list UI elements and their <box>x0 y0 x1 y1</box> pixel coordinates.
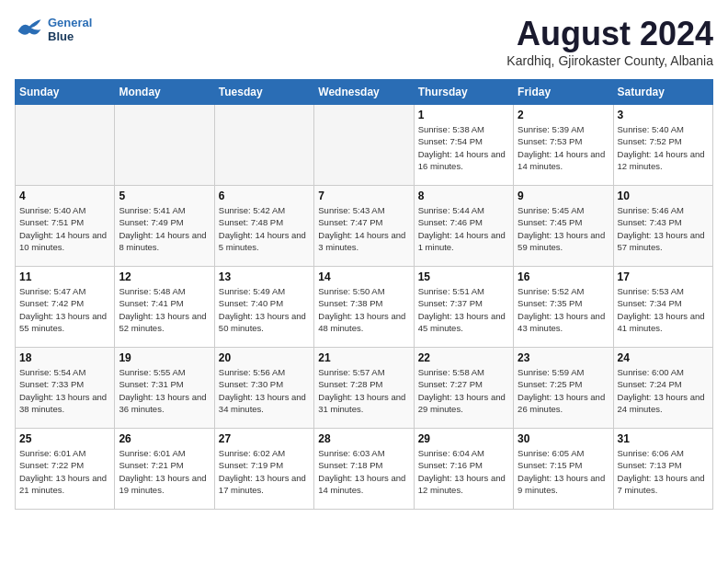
calendar-day-cell: 25Sunrise: 6:01 AM Sunset: 7:22 PM Dayli… <box>16 429 115 510</box>
day-number: 27 <box>219 432 310 445</box>
day-number: 8 <box>418 190 509 202</box>
day-info: Sunrise: 6:03 AM Sunset: 7:18 PM Dayligh… <box>318 447 409 496</box>
day-number: 10 <box>618 190 709 202</box>
calendar-day-cell: 29Sunrise: 6:04 AM Sunset: 7:16 PM Dayli… <box>414 429 513 510</box>
calendar-day-cell: 10Sunrise: 5:46 AM Sunset: 7:43 PM Dayli… <box>613 186 712 267</box>
day-info: Sunrise: 5:38 AM Sunset: 7:54 PM Dayligh… <box>418 123 509 172</box>
day-number: 1 <box>418 109 509 121</box>
calendar-day-cell <box>314 105 414 186</box>
calendar-day-cell: 14Sunrise: 5:50 AM Sunset: 7:38 PM Dayli… <box>314 267 414 348</box>
calendar-day-cell: 22Sunrise: 5:58 AM Sunset: 7:27 PM Dayli… <box>414 348 513 429</box>
day-number: 9 <box>518 190 609 202</box>
day-number: 15 <box>418 270 509 283</box>
weekday-header-saturday: Saturday <box>613 80 712 105</box>
calendar-day-cell: 23Sunrise: 5:59 AM Sunset: 7:25 PM Dayli… <box>514 348 613 429</box>
day-info: Sunrise: 5:48 AM Sunset: 7:41 PM Dayligh… <box>119 285 210 334</box>
day-info: Sunrise: 5:55 AM Sunset: 7:31 PM Dayligh… <box>119 366 210 415</box>
day-number: 22 <box>418 351 509 364</box>
calendar-day-cell: 18Sunrise: 5:54 AM Sunset: 7:33 PM Dayli… <box>16 348 115 429</box>
calendar-day-cell: 15Sunrise: 5:51 AM Sunset: 7:37 PM Dayli… <box>414 267 513 348</box>
calendar-week-row: 25Sunrise: 6:01 AM Sunset: 7:22 PM Dayli… <box>16 429 713 510</box>
day-info: Sunrise: 5:43 AM Sunset: 7:47 PM Dayligh… <box>318 204 409 253</box>
day-number: 18 <box>19 351 110 364</box>
day-info: Sunrise: 6:06 AM Sunset: 7:13 PM Dayligh… <box>618 447 709 496</box>
calendar-day-cell: 19Sunrise: 5:55 AM Sunset: 7:31 PM Dayli… <box>115 348 214 429</box>
weekday-header-wednesday: Wednesday <box>314 80 414 105</box>
day-info: Sunrise: 5:40 AM Sunset: 7:52 PM Dayligh… <box>618 123 709 172</box>
day-number: 17 <box>618 270 709 283</box>
day-number: 31 <box>618 432 709 445</box>
day-info: Sunrise: 5:46 AM Sunset: 7:43 PM Dayligh… <box>618 204 709 253</box>
day-number: 13 <box>219 270 310 283</box>
calendar-table: SundayMondayTuesdayWednesdayThursdayFrid… <box>15 79 713 510</box>
calendar-day-cell: 4Sunrise: 5:40 AM Sunset: 7:51 PM Daylig… <box>16 186 115 267</box>
day-info: Sunrise: 5:51 AM Sunset: 7:37 PM Dayligh… <box>418 285 509 334</box>
day-number: 3 <box>618 109 709 121</box>
calendar-week-row: 11Sunrise: 5:47 AM Sunset: 7:42 PM Dayli… <box>16 267 713 348</box>
calendar-day-cell: 5Sunrise: 5:41 AM Sunset: 7:49 PM Daylig… <box>115 186 214 267</box>
day-info: Sunrise: 6:05 AM Sunset: 7:15 PM Dayligh… <box>518 447 609 496</box>
weekday-header-monday: Monday <box>115 80 214 105</box>
calendar-day-cell: 13Sunrise: 5:49 AM Sunset: 7:40 PM Dayli… <box>214 267 313 348</box>
day-info: Sunrise: 5:42 AM Sunset: 7:48 PM Dayligh… <box>219 204 310 253</box>
calendar-day-cell: 11Sunrise: 5:47 AM Sunset: 7:42 PM Dayli… <box>16 267 115 348</box>
day-info: Sunrise: 5:40 AM Sunset: 7:51 PM Dayligh… <box>19 204 110 253</box>
day-number: 29 <box>418 432 509 445</box>
day-info: Sunrise: 5:44 AM Sunset: 7:46 PM Dayligh… <box>418 204 509 253</box>
calendar-day-cell: 6Sunrise: 5:42 AM Sunset: 7:48 PM Daylig… <box>214 186 313 267</box>
calendar-day-cell: 17Sunrise: 5:53 AM Sunset: 7:34 PM Dayli… <box>613 267 712 348</box>
day-number: 2 <box>518 109 609 121</box>
day-number: 20 <box>219 351 310 364</box>
day-number: 11 <box>19 270 110 283</box>
weekday-header-sunday: Sunday <box>16 80 115 105</box>
day-number: 23 <box>518 351 609 364</box>
page-header: General Blue August 2024 Kardhiq, Gjirok… <box>15 15 713 68</box>
calendar-day-cell: 16Sunrise: 5:52 AM Sunset: 7:35 PM Dayli… <box>514 267 613 348</box>
calendar-week-row: 4Sunrise: 5:40 AM Sunset: 7:51 PM Daylig… <box>16 186 713 267</box>
day-number: 24 <box>618 351 709 364</box>
day-info: Sunrise: 5:39 AM Sunset: 7:53 PM Dayligh… <box>518 123 609 172</box>
calendar-week-row: 18Sunrise: 5:54 AM Sunset: 7:33 PM Dayli… <box>16 348 713 429</box>
day-info: Sunrise: 6:01 AM Sunset: 7:21 PM Dayligh… <box>119 447 210 496</box>
day-number: 25 <box>19 432 110 445</box>
day-info: Sunrise: 6:04 AM Sunset: 7:16 PM Dayligh… <box>418 447 509 496</box>
day-number: 21 <box>318 351 409 364</box>
calendar-day-cell: 12Sunrise: 5:48 AM Sunset: 7:41 PM Dayli… <box>115 267 214 348</box>
day-number: 7 <box>318 190 409 202</box>
calendar-week-row: 1Sunrise: 5:38 AM Sunset: 7:54 PM Daylig… <box>16 105 713 186</box>
calendar-day-cell: 30Sunrise: 6:05 AM Sunset: 7:15 PM Dayli… <box>514 429 613 510</box>
month-title: August 2024 <box>506 15 713 53</box>
title-area: August 2024 Kardhiq, Gjirokaster County,… <box>506 15 713 68</box>
day-info: Sunrise: 5:52 AM Sunset: 7:35 PM Dayligh… <box>518 285 609 334</box>
calendar-day-cell <box>16 105 115 186</box>
day-info: Sunrise: 6:01 AM Sunset: 7:22 PM Dayligh… <box>19 447 110 496</box>
calendar-day-cell: 24Sunrise: 6:00 AM Sunset: 7:24 PM Dayli… <box>613 348 712 429</box>
day-info: Sunrise: 5:56 AM Sunset: 7:30 PM Dayligh… <box>219 366 310 415</box>
calendar-day-cell: 27Sunrise: 6:02 AM Sunset: 7:19 PM Dayli… <box>214 429 313 510</box>
day-number: 28 <box>318 432 409 445</box>
location-subtitle: Kardhiq, Gjirokaster County, Albania <box>506 53 713 68</box>
weekday-header-row: SundayMondayTuesdayWednesdayThursdayFrid… <box>16 80 713 105</box>
day-info: Sunrise: 5:57 AM Sunset: 7:28 PM Dayligh… <box>318 366 409 415</box>
calendar-day-cell: 31Sunrise: 6:06 AM Sunset: 7:13 PM Dayli… <box>613 429 712 510</box>
day-info: Sunrise: 5:50 AM Sunset: 7:38 PM Dayligh… <box>318 285 409 334</box>
calendar-day-cell: 8Sunrise: 5:44 AM Sunset: 7:46 PM Daylig… <box>414 186 513 267</box>
day-number: 26 <box>119 432 210 445</box>
day-info: Sunrise: 5:54 AM Sunset: 7:33 PM Dayligh… <box>19 366 110 415</box>
logo: General Blue <box>15 15 92 44</box>
day-info: Sunrise: 5:58 AM Sunset: 7:27 PM Dayligh… <box>418 366 509 415</box>
day-info: Sunrise: 5:49 AM Sunset: 7:40 PM Dayligh… <box>219 285 310 334</box>
calendar-day-cell: 26Sunrise: 6:01 AM Sunset: 7:21 PM Dayli… <box>115 429 214 510</box>
day-number: 30 <box>518 432 609 445</box>
day-number: 5 <box>119 190 210 202</box>
logo-icon <box>15 15 44 44</box>
logo-text: General Blue <box>48 16 92 43</box>
day-number: 12 <box>119 270 210 283</box>
calendar-day-cell <box>115 105 214 186</box>
weekday-header-tuesday: Tuesday <box>214 80 313 105</box>
calendar-day-cell: 3Sunrise: 5:40 AM Sunset: 7:52 PM Daylig… <box>613 105 712 186</box>
day-number: 14 <box>318 270 409 283</box>
calendar-day-cell: 1Sunrise: 5:38 AM Sunset: 7:54 PM Daylig… <box>414 105 513 186</box>
day-info: Sunrise: 6:02 AM Sunset: 7:19 PM Dayligh… <box>219 447 310 496</box>
day-number: 4 <box>19 190 110 202</box>
